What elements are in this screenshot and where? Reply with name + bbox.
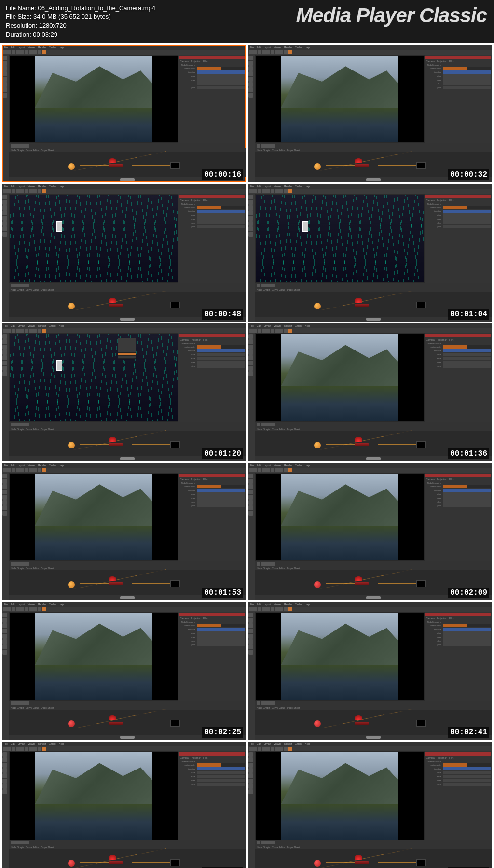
video-thumbnail[interactable]: File Edit Layout Viewer Render Cache Hel… (2, 45, 246, 182)
sidebar-tool-icon[interactable] (2, 216, 7, 221)
tab-nodegraph[interactable]: Node Graph (257, 428, 270, 431)
camera-node[interactable] (314, 163, 321, 170)
menu-item[interactable]: Help (305, 464, 310, 467)
tool-button[interactable] (3, 747, 7, 751)
tab-projection[interactable]: Projection (191, 338, 201, 341)
node-graph-panel[interactable]: Node Graph Curve Editor Dope Sheet (9, 845, 246, 868)
tool-button[interactable] (16, 468, 20, 472)
tool-button[interactable] (249, 468, 253, 472)
sidebar-tool-icon[interactable] (2, 334, 7, 339)
rotation-order-field[interactable] (443, 624, 467, 627)
step-back-button[interactable] (14, 284, 18, 287)
menu-item[interactable]: Help (305, 46, 310, 49)
tool-button[interactable] (20, 468, 24, 472)
sidebar-tool-icon[interactable] (2, 82, 7, 87)
menu-item[interactable]: Render (284, 464, 292, 467)
menu-item[interactable]: Cache (49, 46, 55, 49)
tool-button[interactable] (20, 50, 24, 54)
sidebar-tool-icon[interactable] (248, 195, 253, 199)
tool-button[interactable] (288, 607, 292, 611)
rotate-z[interactable] (475, 213, 491, 217)
sidebar-tool-icon[interactable] (2, 210, 7, 215)
tool-button[interactable] (16, 50, 20, 54)
rotate-z[interactable] (475, 492, 491, 496)
scale-x[interactable] (197, 78, 213, 82)
tool-button[interactable] (253, 329, 257, 333)
camera-node[interactable] (68, 720, 75, 727)
step-fwd-button[interactable] (22, 423, 26, 426)
output-node[interactable] (170, 441, 180, 448)
tool-button[interactable] (12, 747, 15, 751)
tab-projection[interactable]: Projection (437, 617, 447, 620)
tool-button[interactable] (249, 607, 253, 611)
output-node[interactable] (170, 720, 180, 727)
translate-x[interactable] (197, 349, 213, 352)
play-button[interactable] (264, 423, 268, 426)
sidebar-tool-icon[interactable] (2, 205, 7, 210)
tab-nodegraph[interactable]: Node Graph (11, 846, 24, 849)
rotation-order-field[interactable] (197, 485, 221, 488)
menu-item[interactable]: Viewer (28, 185, 35, 188)
tool-button[interactable] (284, 329, 288, 333)
rotate-x[interactable] (197, 771, 213, 774)
sidebar-tool-icon[interactable] (248, 226, 253, 231)
rotate-y[interactable] (213, 213, 229, 217)
viewer-panel[interactable] (10, 613, 178, 700)
rotate-x[interactable] (443, 74, 459, 78)
menu-item[interactable]: Cache (295, 46, 302, 49)
menu-item[interactable]: Help (59, 742, 64, 745)
tab-projection[interactable]: Projection (437, 338, 447, 341)
translate-z[interactable] (475, 70, 491, 74)
scale-x[interactable] (443, 775, 459, 778)
sidebar-tool-icon[interactable] (248, 355, 253, 360)
sidebar-tool-icon[interactable] (248, 361, 253, 365)
viewer-panel[interactable] (256, 474, 424, 561)
scale-z[interactable] (475, 775, 491, 778)
sidebar-tool-icon[interactable] (248, 634, 253, 639)
play-button[interactable] (264, 562, 268, 566)
tool-button[interactable] (29, 468, 33, 472)
tool-button[interactable] (284, 747, 288, 751)
rotate-x[interactable] (443, 771, 459, 774)
tab-film[interactable]: Film (203, 617, 207, 620)
sidebar-tool-icon[interactable] (248, 334, 253, 339)
viewer-panel[interactable] (10, 474, 178, 561)
tab-film[interactable]: Film (203, 199, 207, 202)
step-back-button[interactable] (14, 562, 18, 566)
scale-y[interactable] (459, 496, 475, 500)
output-node[interactable] (416, 162, 426, 169)
play-button[interactable] (264, 144, 268, 148)
rotate-y[interactable] (459, 353, 475, 356)
scale-z[interactable] (475, 357, 491, 360)
tab-dopesheet[interactable]: Dope Sheet (41, 288, 54, 291)
tab-film[interactable]: Film (203, 60, 207, 63)
sidebar-tool-icon[interactable] (248, 205, 253, 210)
tab-film[interactable]: Film (203, 756, 207, 759)
tab-film[interactable]: Film (449, 338, 453, 341)
scale-y[interactable] (459, 775, 475, 778)
sidebar-tool-icon[interactable] (248, 613, 253, 617)
sidebar-tool-icon[interactable] (2, 221, 7, 226)
scale-y[interactable] (213, 775, 229, 778)
sidebar-tool-icon[interactable] (248, 66, 253, 71)
sidebar-tool-icon[interactable] (248, 82, 253, 87)
menu-item[interactable]: Help (59, 324, 64, 327)
sidebar-tool-icon[interactable] (248, 752, 253, 757)
tool-button[interactable] (38, 607, 41, 611)
rewind-button[interactable] (257, 144, 260, 148)
menu-item[interactable]: Edit (11, 603, 15, 606)
scale-y[interactable] (213, 496, 229, 500)
sidebar-tool-icon[interactable] (248, 484, 253, 489)
rotate-y[interactable] (459, 492, 475, 496)
ffwd-button[interactable] (272, 562, 275, 566)
scale-z[interactable] (229, 775, 245, 778)
tab-projection[interactable]: Projection (191, 199, 201, 202)
translate-y[interactable] (213, 349, 229, 352)
context-menu[interactable] (118, 338, 136, 359)
translate-z[interactable] (229, 70, 245, 74)
tool-button[interactable] (258, 747, 261, 751)
tab-nodegraph[interactable]: Node Graph (257, 706, 270, 709)
menu-item[interactable]: Viewer (28, 324, 35, 327)
camera-node[interactable] (314, 581, 321, 588)
sidebar-tool-icon[interactable] (2, 371, 7, 376)
